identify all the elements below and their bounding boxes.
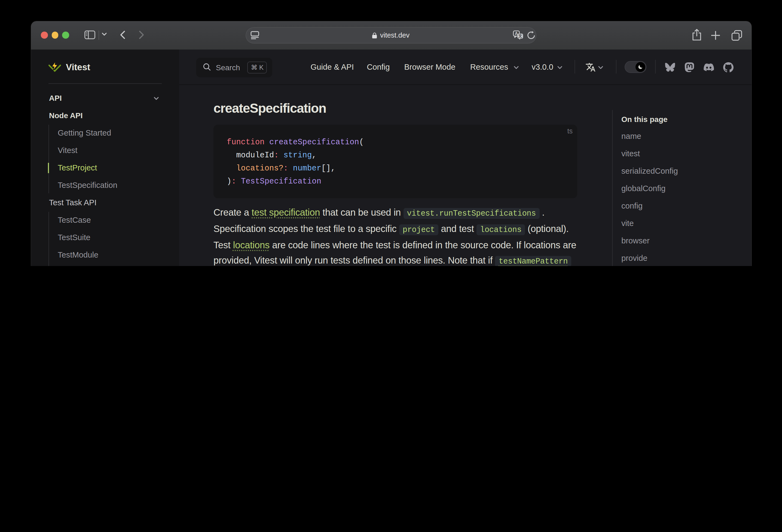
svg-text:文: 文 — [518, 33, 522, 38]
